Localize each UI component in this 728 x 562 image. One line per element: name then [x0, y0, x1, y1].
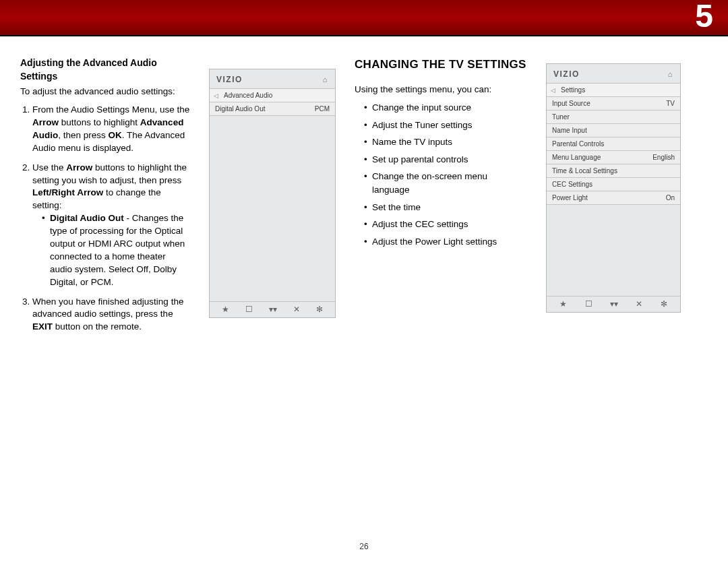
left-intro: To adjust the advanced audio settings: — [20, 86, 190, 98]
cc-icon[interactable]: ☐ — [245, 305, 253, 314]
cc-icon[interactable]: ☐ — [585, 299, 593, 309]
step-1: From the Audio Settings Menu, use the Ar… — [32, 104, 190, 155]
row-label: Digital Audio Out — [215, 105, 266, 113]
row-label: CEC Settings — [552, 181, 593, 188]
left-text-column: Adjusting the Advanced Audio Settings To… — [20, 57, 190, 340]
step-2-sublist: Digital Audio Out - Changes the type of … — [32, 212, 190, 288]
row-value: TV — [666, 100, 675, 107]
left-subheading: Adjusting the Advanced Audio Settings — [20, 57, 190, 83]
digital-audio-out-item: Digital Audio Out - Changes the type of … — [42, 212, 190, 288]
row-value: PCM — [315, 105, 330, 113]
panel-title: Advanced Audio — [224, 92, 272, 99]
vizio-logo: VIZIO — [216, 75, 243, 84]
v-icon[interactable]: ▾▾ — [269, 305, 277, 314]
right-section-heading: CHANGING THE TV SETTINGS — [355, 57, 527, 73]
row-label: Tuner — [552, 113, 570, 121]
step-3: When you have finished adjusting the adv… — [32, 296, 190, 334]
advanced-audio-panel-column: VIZIO ⌂ ◁ Advanced Audio Digital Audio O… — [209, 57, 336, 340]
panel-body — [210, 116, 335, 301]
list-item: Change the input source — [364, 101, 527, 115]
menu-row-cec-settings[interactable]: CEC Settings — [547, 178, 680, 191]
panel-header: VIZIO ⌂ — [210, 69, 335, 88]
list-item: Adjust the Power Light settings — [364, 235, 527, 249]
panel-title-row[interactable]: ◁ Settings — [547, 83, 680, 97]
vizio-logo: VIZIO — [553, 69, 580, 79]
close-icon[interactable]: ✕ — [293, 305, 300, 314]
star-icon[interactable]: ★ — [559, 299, 567, 309]
menu-row-parental-controls[interactable]: Parental Controls — [547, 137, 680, 151]
list-item: Adjust the Tuner settings — [364, 119, 527, 132]
panel-footer: ★ ☐ ▾▾ ✕ ✻ — [210, 301, 335, 317]
star-icon[interactable]: ★ — [222, 305, 229, 314]
menu-row-tuner[interactable]: Tuner — [547, 111, 680, 124]
row-label: Name Input — [552, 127, 587, 134]
row-label: Parental Controls — [552, 140, 604, 148]
row-value: English — [653, 154, 675, 161]
panel-title-row[interactable]: ◁ Advanced Audio — [210, 88, 335, 102]
back-icon[interactable]: ◁ — [551, 87, 555, 94]
menu-row-input-source[interactable]: Input Source TV — [547, 97, 680, 111]
row-label: Menu Language — [552, 154, 601, 161]
menu-row-power-light[interactable]: Power Light On — [547, 191, 680, 205]
panel-header: VIZIO ⌂ — [547, 64, 680, 83]
panel-body — [547, 205, 680, 296]
row-label: Time & Local Settings — [552, 167, 617, 175]
page-content: Adjusting the Advanced Audio Settings To… — [0, 36, 728, 340]
gear-icon[interactable]: ✻ — [316, 305, 323, 314]
row-label: Input Source — [552, 100, 590, 107]
list-item: Set the time — [364, 201, 527, 214]
step-2: Use the Arrow buttons to highlight the s… — [32, 162, 190, 289]
v-icon[interactable]: ▾▾ — [610, 299, 618, 309]
right-text-column: CHANGING THE TV SETTINGS Using the setti… — [355, 57, 527, 340]
chapter-number: 5 — [695, 0, 713, 34]
close-icon[interactable]: ✕ — [636, 299, 642, 309]
home-icon[interactable]: ⌂ — [668, 70, 673, 78]
settings-panel: VIZIO ⌂ ◁ Settings Input Source TV Tuner… — [546, 63, 681, 313]
gear-icon[interactable]: ✻ — [661, 299, 667, 309]
list-item: Set up parental controls — [364, 153, 527, 166]
settings-panel-column: VIZIO ⌂ ◁ Settings Input Source TV Tuner… — [546, 57, 681, 340]
menu-row-digital-audio-out[interactable]: Digital Audio Out PCM — [210, 102, 335, 116]
panel-title: Settings — [561, 86, 585, 94]
settings-capabilities-list: Change the input source Adjust the Tuner… — [355, 101, 527, 252]
panel-footer: ★ ☐ ▾▾ ✕ ✻ — [547, 296, 680, 312]
list-item: Adjust the CEC settings — [364, 218, 527, 231]
home-icon[interactable]: ⌂ — [323, 75, 328, 84]
left-steps: From the Audio Settings Menu, use the Ar… — [20, 104, 190, 340]
menu-row-name-input[interactable]: Name Input — [547, 124, 680, 137]
advanced-audio-panel: VIZIO ⌂ ◁ Advanced Audio Digital Audio O… — [209, 69, 336, 318]
row-label: Power Light — [552, 194, 588, 201]
page-number: 26 — [359, 542, 368, 551]
row-value: On — [666, 194, 675, 201]
menu-row-time-local[interactable]: Time & Local Settings — [547, 164, 680, 178]
list-item: Name the TV inputs — [364, 135, 527, 149]
list-item: Change the on-screen menu language — [364, 170, 527, 196]
menu-row-menu-language[interactable]: Menu Language English — [547, 151, 680, 164]
right-intro: Using the settings menu, you can: — [355, 83, 527, 96]
back-icon[interactable]: ◁ — [214, 92, 218, 99]
chapter-header-bar: 5 — [0, 0, 728, 36]
